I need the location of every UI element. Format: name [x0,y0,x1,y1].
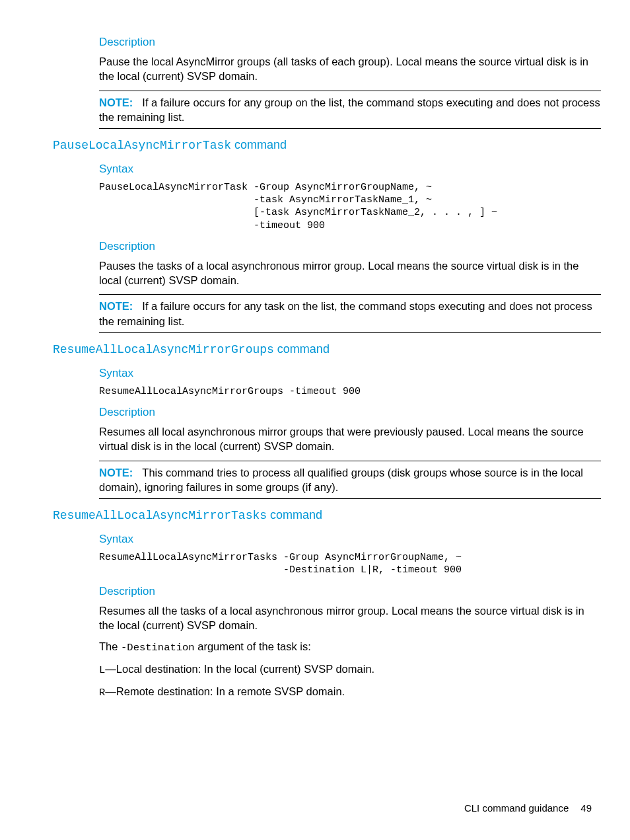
note-text: This command tries to process all qualif… [99,467,583,493]
page-number: 49 [580,802,592,814]
command-name: PauseLocalAsyncMirrorTask [53,139,231,152]
command-heading-pause-task: PauseLocalAsyncMirrorTask command [53,138,601,152]
command-word: command [274,342,330,356]
description-text: Pauses the tasks of a local asynchronous… [99,258,601,288]
description-heading: Description [99,406,601,419]
description-text: Resumes all the tasks of a local asynchr… [99,603,601,633]
command-name: ResumeAllLocalAsyncMirrorTasks [53,509,267,522]
destination-line: The -Destination argument of the task is… [99,639,601,655]
description-heading: Description [99,240,601,253]
l-text: —Local destination: In the local (curren… [105,663,374,675]
syntax-code: ResumeAllLocalAsyncMirrorTasks -Group As… [99,551,601,576]
dest-pre: The [99,640,121,652]
description-heading: Description [99,585,601,598]
section-pause-task-body: Syntax PauseLocalAsyncMirrorTask -Group … [99,163,601,333]
note-label: NOTE: [99,96,133,108]
r-text: —Remote destination: In a remote SVSP do… [105,685,345,697]
syntax-heading: Syntax [99,533,601,546]
syntax-heading: Syntax [99,163,601,176]
command-heading-resume-tasks: ResumeAllLocalAsyncMirrorTasks command [53,508,601,522]
command-word: command [267,508,322,521]
section-resume-tasks-body: Syntax ResumeAllLocalAsyncMirrorTasks -G… [99,533,601,700]
l-code: L [99,664,105,676]
note-label: NOTE: [99,300,133,312]
l-line: L—Local destination: In the local (curre… [99,662,601,677]
description-heading: Description [99,36,601,49]
command-word: command [231,138,287,151]
description-text: Pause the local AsyncMirror groups (all … [99,54,601,84]
footer-text: CLI command guidance [464,802,569,814]
note-label: NOTE: [99,467,133,478]
section-pause-groups-body: Description Pause the local AsyncMirror … [99,36,601,129]
syntax-code: PauseLocalAsyncMirrorTask -Group AsyncMi… [99,181,601,232]
r-line: R—Remote destination: In a remote SVSP d… [99,684,601,700]
note-box: NOTE:This command tries to process all q… [99,461,601,500]
note-box: NOTE:If a failure occurs for any task on… [99,294,601,333]
content-area: Description Pause the local AsyncMirror … [53,36,601,700]
page: Description Pause the local AsyncMirror … [0,0,630,840]
command-heading-resume-groups: ResumeAllLocalAsyncMirrorGroups command [53,342,601,356]
syntax-code: ResumeAllLocalAsyncMirrorGroups -timeout… [99,385,601,398]
note-text: If a failure occurs for any task on the … [99,300,592,326]
section-resume-groups-body: Syntax ResumeAllLocalAsyncMirrorGroups -… [99,367,601,499]
command-name: ResumeAllLocalAsyncMirrorGroups [53,343,274,356]
description-text: Resumes all local asynchronous mirror gr… [99,424,601,454]
r-code: R [99,687,105,699]
syntax-heading: Syntax [99,367,601,380]
dest-post: argument of the task is: [195,640,311,652]
note-text: If a failure occurs for any group on the… [99,96,600,123]
dest-code: -Destination [121,642,195,654]
note-box: NOTE:If a failure occurs for any group o… [99,91,601,130]
page-footer: CLI command guidance49 [464,802,592,814]
